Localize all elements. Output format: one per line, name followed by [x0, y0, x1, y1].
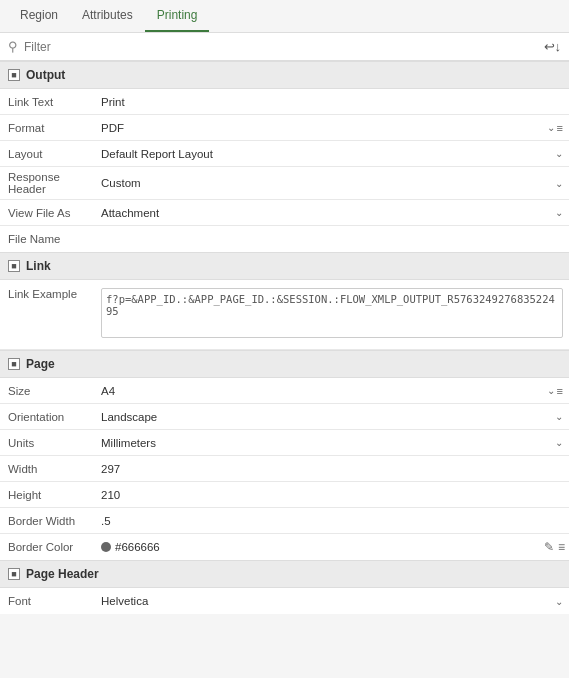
page-units-row: Units Millimeters ⌄: [0, 430, 569, 456]
page-height-value: 210: [95, 485, 569, 505]
output-view-file-select[interactable]: Attachment ⌄: [95, 204, 569, 222]
page-section-header[interactable]: ■ Page: [0, 350, 569, 378]
border-color-edit-icon[interactable]: ✎: [544, 540, 554, 554]
border-color-text: #666666: [115, 541, 160, 553]
page-width-row: Width 297: [0, 456, 569, 482]
page-units-select[interactable]: Millimeters ⌄: [95, 434, 569, 452]
page-size-row: Size A4 ⌄ ≡: [0, 378, 569, 404]
page-header-section: ■ Page Header Font Helvetica ⌄: [0, 560, 569, 614]
output-view-file-row: View File As Attachment ⌄: [0, 200, 569, 226]
link-example-label: Link Example: [0, 284, 95, 304]
output-section-header[interactable]: ■ Output: [0, 61, 569, 89]
page-border-width-value: .5: [95, 511, 569, 531]
tab-attributes[interactable]: Attributes: [70, 0, 145, 32]
output-layout-chevron[interactable]: ⌄: [555, 148, 563, 159]
filter-input[interactable]: [24, 40, 538, 54]
output-file-name-label: File Name: [0, 229, 95, 249]
output-layout-value: Default Report Layout: [101, 148, 213, 160]
page-height-label: Height: [0, 485, 95, 505]
link-section-title: Link: [26, 259, 51, 273]
page-size-chevron[interactable]: ⌄: [547, 385, 555, 396]
page-orientation-row: Orientation Landscape ⌄: [0, 404, 569, 430]
border-color-swatch: [101, 542, 111, 552]
output-format-actions: ⌄ ≡: [547, 122, 563, 134]
page-header-font-row: Font Helvetica ⌄: [0, 588, 569, 614]
page-collapse-icon: ■: [8, 358, 20, 370]
output-collapse-icon: ■: [8, 69, 20, 81]
page-border-color-value: #666666: [95, 537, 540, 557]
link-example-row: Link Example f?p=&APP_ID.:&APP_PAGE_ID.:…: [0, 280, 569, 350]
page-header-font-chevron[interactable]: ⌄: [555, 596, 563, 607]
page-border-width-row: Border Width .5: [0, 508, 569, 534]
output-format-chevron[interactable]: ⌄: [547, 122, 555, 133]
filter-bar: ⚲ ↩↓: [0, 33, 569, 61]
page-units-label: Units: [0, 433, 95, 453]
page-size-actions: ⌄ ≡: [547, 385, 563, 397]
link-section: ■ Link Link Example f?p=&APP_ID.:&APP_PA…: [0, 252, 569, 350]
page-header-section-header[interactable]: ■ Page Header: [0, 560, 569, 588]
page-header-font-label: Font: [0, 591, 95, 611]
output-section-title: Output: [26, 68, 65, 82]
page-height-row: Height 210: [0, 482, 569, 508]
output-response-header-value: Custom: [101, 177, 141, 189]
output-format-row: Format PDF ⌄ ≡: [0, 115, 569, 141]
page-border-color-row: Border Color #666666 ✎ ≡: [0, 534, 569, 560]
page-header-font-select[interactable]: Helvetica ⌄: [95, 592, 569, 610]
output-view-file-chevron[interactable]: ⌄: [555, 207, 563, 218]
search-icon: ⚲: [8, 39, 18, 54]
output-layout-label: Layout: [0, 144, 95, 164]
page-border-width-label: Border Width: [0, 511, 95, 531]
output-view-file-label: View File As: [0, 203, 95, 223]
page-header-section-title: Page Header: [26, 567, 99, 581]
output-format-menu[interactable]: ≡: [557, 122, 563, 134]
output-response-header-row: Response Header Custom ⌄: [0, 167, 569, 200]
output-link-text-label: Link Text: [0, 92, 95, 112]
page-section: ■ Page Size A4 ⌄ ≡ Orientation Landscape…: [0, 350, 569, 560]
page-size-label: Size: [0, 381, 95, 401]
output-response-header-label: Response Header: [0, 167, 95, 199]
output-response-header-chevron[interactable]: ⌄: [555, 178, 563, 189]
output-layout-row: Layout Default Report Layout ⌄: [0, 141, 569, 167]
output-format-label: Format: [0, 118, 95, 138]
filter-input-wrap: ⚲: [8, 39, 538, 54]
page-size-menu[interactable]: ≡: [557, 385, 563, 397]
link-example-textarea[interactable]: f?p=&APP_ID.:&APP_PAGE_ID.:&SESSION.:FLO…: [101, 288, 563, 338]
page-orientation-select[interactable]: Landscape ⌄: [95, 408, 569, 426]
page-section-title: Page: [26, 357, 55, 371]
tab-printing[interactable]: Printing: [145, 0, 210, 32]
output-link-text-value: Print: [95, 92, 569, 112]
page-width-value: 297: [95, 459, 569, 479]
page-border-color-actions: ✎ ≡: [540, 540, 569, 554]
output-file-name-row: File Name: [0, 226, 569, 252]
output-response-header-select[interactable]: Custom ⌄: [95, 174, 569, 192]
page-orientation-value: Landscape: [101, 411, 157, 423]
link-collapse-icon: ■: [8, 260, 20, 272]
output-format-value: PDF: [101, 122, 124, 134]
output-view-file-value: Attachment: [101, 207, 159, 219]
output-section: ■ Output Link Text Print Format PDF ⌄ ≡ …: [0, 61, 569, 252]
tabs-bar: Region Attributes Printing: [0, 0, 569, 33]
page-header-font-value: Helvetica: [101, 595, 148, 607]
page-size-value: A4: [101, 385, 115, 397]
page-width-label: Width: [0, 459, 95, 479]
filter-action-icon[interactable]: ↩↓: [544, 39, 562, 54]
output-file-name-value[interactable]: [95, 235, 569, 243]
border-color-list-icon[interactable]: ≡: [558, 540, 565, 554]
page-size-select[interactable]: A4 ⌄ ≡: [95, 382, 569, 400]
output-layout-select[interactable]: Default Report Layout ⌄: [95, 145, 569, 163]
output-link-text-row: Link Text Print: [0, 89, 569, 115]
link-section-header[interactable]: ■ Link: [0, 252, 569, 280]
page-orientation-chevron[interactable]: ⌄: [555, 411, 563, 422]
page-units-value: Millimeters: [101, 437, 156, 449]
page-border-color-label: Border Color: [0, 537, 95, 557]
page-header-collapse-icon: ■: [8, 568, 20, 580]
page-orientation-label: Orientation: [0, 407, 95, 427]
link-example-wrap: f?p=&APP_ID.:&APP_PAGE_ID.:&SESSION.:FLO…: [95, 284, 569, 345]
page-units-chevron[interactable]: ⌄: [555, 437, 563, 448]
output-format-select[interactable]: PDF ⌄ ≡: [95, 119, 569, 137]
tab-region[interactable]: Region: [8, 0, 70, 32]
